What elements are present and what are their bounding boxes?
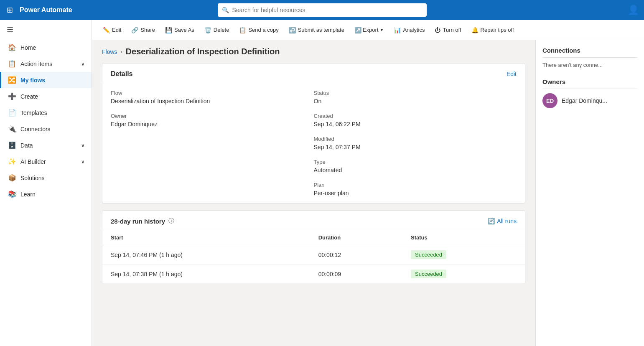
ai-builder-chevron-icon: ∨ bbox=[81, 159, 85, 165]
details-title: Details bbox=[111, 70, 132, 78]
ai-builder-icon: ✨ bbox=[8, 158, 16, 165]
sidebar-item-my-flows-label: My flows bbox=[20, 77, 45, 84]
owner-name: Edgar Dominqu... bbox=[562, 97, 607, 104]
share-label: Share bbox=[140, 27, 155, 33]
table-row[interactable]: Sep 14, 07:38 PM (1 h ago) 00:00:09 Succ… bbox=[102, 265, 525, 284]
owners-section: Owners ED Edgar Dominqu... bbox=[542, 78, 637, 108]
share-button[interactable]: 🔗 Share bbox=[127, 24, 159, 36]
owner-detail: Owner Edgar Dominquez bbox=[111, 113, 314, 127]
sidebar-item-data-label: Data bbox=[20, 142, 33, 149]
sidebar-item-action-items-label: Action items bbox=[20, 61, 52, 67]
run-history-header: 28-day run history ⓘ 🔄 All runs bbox=[102, 211, 525, 230]
info-icon[interactable]: ⓘ bbox=[168, 217, 174, 225]
waffle-icon[interactable]: ⊞ bbox=[5, 4, 15, 16]
sidebar-item-data[interactable]: 🗄️ Data ∨ bbox=[0, 137, 92, 153]
turn-off-button[interactable]: ⏻ Turn off bbox=[430, 24, 465, 36]
content-area: ✏️ Edit 🔗 Share 💾 Save As 🗑️ Delete 📋 Se… bbox=[92, 20, 644, 346]
type-label: Type bbox=[314, 159, 517, 165]
refresh-icon: 🔄 bbox=[488, 218, 495, 224]
breadcrumb-current: Deserialization of Inspection Definition bbox=[126, 47, 280, 56]
right-panel: Connections There aren't any conne... Ow… bbox=[535, 40, 644, 346]
sidebar-item-connectors[interactable]: 🔌 Connectors bbox=[0, 121, 92, 137]
analytics-button[interactable]: 📊 Analytics bbox=[389, 24, 429, 36]
turn-off-label: Turn off bbox=[443, 27, 461, 33]
save-as-button[interactable]: 💾 Save As bbox=[161, 24, 199, 36]
sidebar-item-action-items[interactable]: 📋 Action items ∨ bbox=[0, 56, 92, 72]
plan-value: Per-user plan bbox=[314, 190, 517, 196]
spacer2-detail bbox=[111, 159, 314, 173]
sidebar-item-ai-builder[interactable]: ✨ AI Builder ∨ bbox=[0, 153, 92, 170]
connections-section: Connections There aren't any conne... bbox=[542, 47, 637, 68]
send-copy-icon: 📋 bbox=[239, 27, 246, 33]
status-badge: Succeeded bbox=[411, 270, 446, 278]
main-layout: ☰ 🏠 Home 📋 Action items ∨ 🔀 My flows ➕ C… bbox=[0, 20, 644, 346]
send-copy-button[interactable]: 📋 Send a copy bbox=[235, 24, 283, 36]
sidebar-item-templates[interactable]: 📄 Templates bbox=[0, 104, 92, 121]
owner-item: ED Edgar Dominqu... bbox=[542, 93, 637, 108]
details-card-header: Details Edit bbox=[102, 64, 525, 83]
export-button[interactable]: ↗️ Export ▼ bbox=[350, 24, 388, 36]
run-duration: 00:00:12 bbox=[310, 245, 402, 265]
table-row[interactable]: Sep 14, 07:46 PM (1 h ago) 00:00:12 Succ… bbox=[102, 245, 525, 265]
breadcrumb-flows-link[interactable]: Flows bbox=[102, 48, 117, 55]
delete-label: Delete bbox=[214, 27, 229, 33]
edit-label: Edit bbox=[112, 27, 121, 33]
created-detail: Created Sep 14, 06:22 PM bbox=[314, 113, 517, 127]
sidebar-item-ai-builder-label: AI Builder bbox=[20, 158, 46, 165]
run-start: Sep 14, 07:46 PM (1 h ago) bbox=[102, 245, 310, 265]
run-history-card: 28-day run history ⓘ 🔄 All runs Start bbox=[102, 210, 525, 284]
run-status: Succeeded bbox=[402, 265, 525, 284]
col-status: Status bbox=[402, 230, 525, 245]
save-as-icon: 💾 bbox=[165, 27, 172, 33]
user-icon[interactable]: 👤 bbox=[628, 5, 639, 15]
owner-value: Edgar Dominquez bbox=[111, 121, 314, 127]
main-content-area: Flows › Deserialization of Inspection De… bbox=[92, 40, 535, 346]
plan-detail: Plan Per-user plan bbox=[314, 182, 517, 196]
edit-icon: ✏️ bbox=[103, 27, 110, 33]
run-history-title: 28-day run history bbox=[111, 218, 165, 225]
submit-template-button[interactable]: ↩️ Submit as template bbox=[285, 24, 349, 36]
run-duration: 00:00:09 bbox=[310, 265, 402, 284]
spacer-detail bbox=[111, 136, 314, 150]
all-runs-label: All runs bbox=[497, 218, 517, 224]
home-icon: 🏠 bbox=[8, 43, 16, 51]
templates-icon: 📄 bbox=[8, 109, 16, 117]
modified-label: Modified bbox=[314, 136, 517, 142]
data-chevron-icon: ∨ bbox=[81, 142, 85, 148]
sidebar-item-create[interactable]: ➕ Create bbox=[0, 88, 92, 104]
details-grid: Flow Deserialization of Inspection Defin… bbox=[102, 83, 525, 203]
sidebar-item-home-label: Home bbox=[20, 44, 36, 51]
export-icon: ↗️ bbox=[354, 27, 361, 33]
col-start: Start bbox=[102, 230, 310, 245]
delete-button[interactable]: 🗑️ Delete bbox=[200, 24, 234, 36]
modified-value: Sep 14, 07:37 PM bbox=[314, 144, 517, 150]
flow-detail: Flow Deserialization of Inspection Defin… bbox=[111, 90, 314, 104]
col-duration: Duration bbox=[310, 230, 402, 245]
edit-button[interactable]: ✏️ Edit bbox=[99, 24, 125, 36]
all-runs-button[interactable]: 🔄 All runs bbox=[488, 218, 517, 224]
status-detail: Status On bbox=[314, 90, 517, 104]
search-input[interactable] bbox=[232, 7, 423, 13]
submit-template-icon: ↩️ bbox=[289, 27, 296, 33]
details-edit-button[interactable]: Edit bbox=[507, 71, 517, 77]
sidebar-item-my-flows[interactable]: 🔀 My flows bbox=[0, 72, 92, 88]
sidebar-item-solutions[interactable]: 📦 Solutions bbox=[0, 170, 92, 186]
share-icon: 🔗 bbox=[131, 27, 138, 33]
repair-tips-button[interactable]: 🔔 Repair tips off bbox=[467, 24, 518, 36]
owner-label: Owner bbox=[111, 113, 314, 119]
owners-title: Owners bbox=[542, 78, 637, 89]
hamburger-button[interactable]: ☰ bbox=[0, 20, 92, 39]
sidebar-item-learn[interactable]: 📚 Learn bbox=[0, 186, 92, 202]
search-bar[interactable]: 🔍 bbox=[218, 3, 427, 17]
submit-template-label: Submit as template bbox=[298, 27, 344, 33]
created-value: Sep 14, 06:22 PM bbox=[314, 121, 517, 127]
breadcrumb: Flows › Deserialization of Inspection De… bbox=[102, 47, 525, 56]
sidebar-item-home[interactable]: 🏠 Home bbox=[0, 39, 92, 56]
sidebar-item-learn-label: Learn bbox=[20, 191, 36, 198]
created-label: Created bbox=[314, 113, 517, 119]
export-label: Export bbox=[363, 27, 379, 33]
toolbar: ✏️ Edit 🔗 Share 💾 Save As 🗑️ Delete 📋 Se… bbox=[92, 20, 644, 40]
run-history-title-group: 28-day run history ⓘ bbox=[111, 217, 174, 225]
save-as-label: Save As bbox=[174, 27, 194, 33]
run-start: Sep 14, 07:38 PM (1 h ago) bbox=[102, 265, 310, 284]
